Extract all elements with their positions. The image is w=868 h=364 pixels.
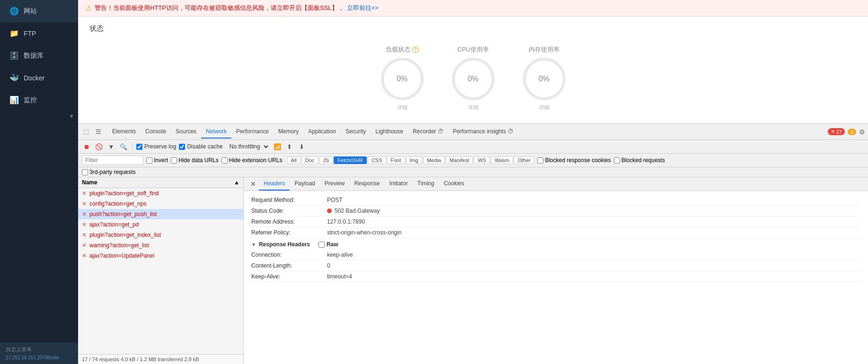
devtools-cursor-icon[interactable]: ⬚ (81, 127, 91, 137)
detail-tab-payload[interactable]: Payload (290, 177, 319, 191)
tab-elements[interactable]: Elements (107, 125, 141, 139)
response-headers-section[interactable]: ▼Response HeadersRaw (251, 238, 860, 250)
upload-icon[interactable]: ⬆ (285, 142, 294, 151)
hide-ext-urls-label: Hide extension URLs (229, 157, 283, 164)
request-item[interactable]: ✕plugin?action=get_soft_find (78, 188, 243, 199)
type-btn-manifest[interactable]: Manifest (446, 156, 473, 164)
status-section: 状态 负载状态 ? 0% 详细 CPU使用率 0% (78, 17, 868, 123)
info-icon[interactable]: ? (412, 46, 419, 53)
detail-value: 502 Bad Gateway (335, 208, 380, 214)
disable-cache-checkbox[interactable]: Disable cache (179, 143, 222, 150)
type-btn-img[interactable]: Img (406, 156, 422, 164)
download-icon[interactable]: ⬇ (297, 142, 307, 151)
request-item[interactable]: ✕config?action=get_nps (78, 199, 243, 209)
request-item[interactable]: ✕push?action=get_push_list (78, 209, 243, 219)
sidebar-item-website[interactable]: 🌐 网站 (0, 0, 78, 22)
detail-tab-response[interactable]: Response (349, 177, 384, 191)
preserve-log-label: Preserve log (144, 143, 176, 150)
wifi-icon[interactable]: 📶 (273, 142, 282, 151)
blocked-requests-label: Blocked requests (621, 157, 665, 164)
hide-data-urls-checkbox[interactable]: Hide data URLs (171, 157, 219, 164)
filter-icon[interactable]: ▼ (106, 142, 116, 151)
gauge-cpu-value: 0% (468, 75, 478, 83)
detail-close-button[interactable]: ✕ (248, 177, 259, 191)
status-dot (327, 208, 332, 213)
section-arrow: ▼ (251, 242, 256, 247)
blocked-cookies-checkbox[interactable]: Blocked response cookies (537, 157, 611, 164)
tab-lighthouse[interactable]: Lighthouse (371, 125, 408, 139)
stop-recording-button[interactable]: ⏹ (82, 142, 91, 151)
type-btn-wasm[interactable]: Wasm (491, 156, 513, 164)
request-error-icon: ✕ (82, 190, 87, 197)
detail-tab-preview[interactable]: Preview (320, 177, 350, 191)
tab-perf-insights[interactable]: Performance insights ⏱ (448, 125, 518, 139)
settings-icon[interactable]: ⚙ (859, 128, 865, 136)
clear-button[interactable]: 🚫 (94, 142, 104, 151)
invert-checkbox[interactable]: Invert (146, 157, 168, 164)
error-count: 27 (836, 129, 842, 135)
preserve-log-checkbox[interactable]: Preserve log (136, 143, 176, 150)
ftp-icon: 📁 (9, 29, 19, 38)
type-btn-fetch-xhr[interactable]: Fetch/XHR (334, 156, 367, 164)
detail-tab-initiator[interactable]: Initiator (384, 177, 412, 191)
devtools-inspect-icon[interactable]: ☰ (93, 127, 104, 137)
type-btn-all[interactable]: All (287, 156, 300, 164)
request-item[interactable]: ✕ajax?action=UpdatePanel (78, 251, 243, 261)
gauge-load-sub[interactable]: 详细 (397, 104, 407, 111)
tab-security[interactable]: Security (341, 125, 371, 139)
response-header-value: keep-alive (327, 251, 353, 258)
request-error-icon: ✕ (82, 221, 87, 228)
request-name: ajax?action=get_pd (89, 221, 139, 228)
detail-row: Referrer Policy:strict-origin-when-cross… (251, 227, 860, 238)
detail-tab-timing[interactable]: Timing (413, 177, 439, 191)
sidebar-item-ftp[interactable]: 📁 FTP (0, 22, 78, 44)
type-btn-css[interactable]: CSS (368, 156, 386, 164)
response-header-key: Connection: (251, 251, 327, 258)
search-button[interactable]: 🔍 (119, 142, 128, 151)
type-btn-other[interactable]: Other (514, 156, 535, 164)
sidebar-url: 17.252.16.151:20796/site (6, 355, 72, 360)
response-header-value: 0 (327, 262, 330, 269)
type-btn-doc[interactable]: Doc (301, 156, 319, 164)
request-error-icon: ✕ (82, 200, 87, 207)
detail-val: POST (327, 197, 343, 203)
request-item[interactable]: ✕plugin?action=get_index_list (78, 230, 243, 240)
detail-content: Request Method:POSTStatus Code:502 Bad G… (244, 191, 868, 364)
warning-link[interactable]: 立即前往>> (347, 4, 379, 12)
filter-input[interactable] (82, 156, 143, 165)
monitor-icon: 📊 (9, 95, 19, 104)
tab-sources[interactable]: Sources (171, 125, 201, 139)
tab-performance[interactable]: Performance (231, 125, 274, 139)
sort-icon[interactable]: ▲ (234, 179, 239, 186)
response-header-row: Keep-Alive:timeout=4 (251, 271, 860, 282)
hide-ext-urls-checkbox[interactable]: Hide extension URLs (221, 157, 283, 164)
tab-console[interactable]: Console (141, 125, 171, 139)
raw-checkbox[interactable]: Raw (319, 241, 338, 248)
tab-recorder[interactable]: Recorder ⏱ (408, 125, 448, 139)
blocked-requests-checkbox[interactable]: Blocked requests (614, 157, 665, 164)
request-item[interactable]: ✕ajax?action=get_pd (78, 219, 243, 230)
sidebar-item-monitor[interactable]: 📊 监控 (0, 89, 78, 111)
tab-application[interactable]: Application (303, 125, 341, 139)
throttle-select[interactable]: No throttling (226, 142, 270, 151)
detail-tab-headers[interactable]: Headers (259, 177, 290, 191)
gauge-memory-circle: 0% (523, 58, 566, 100)
tab-network[interactable]: Network (201, 125, 231, 139)
gauge-memory-sub[interactable]: 详细 (539, 104, 549, 111)
sidebar-item-database[interactable]: 🗄️ 数据库 (0, 44, 78, 67)
third-party-checkbox[interactable]: 3rd-party requests (82, 169, 864, 175)
type-btn-font[interactable]: Font (387, 156, 405, 164)
gauge-load-value: 0% (397, 75, 407, 83)
type-btn-js[interactable]: JS (319, 156, 333, 164)
type-btn-media[interactable]: Media (423, 156, 445, 164)
website-icon: 🌐 (9, 7, 19, 16)
detail-val: 502 Bad Gateway (327, 208, 380, 214)
tab-memory[interactable]: Memory (274, 125, 303, 139)
request-error-icon: ✕ (82, 232, 87, 238)
sidebar-item-docker[interactable]: 🐳 Docker (0, 67, 78, 89)
detail-tab-cookies[interactable]: Cookies (439, 177, 469, 191)
request-item[interactable]: ✕warning?action=get_list (78, 240, 243, 251)
gauge-cpu-sub[interactable]: 详细 (468, 104, 478, 111)
type-btn-ws[interactable]: WS (474, 156, 490, 164)
network-split: Name ▲ ✕plugin?action=get_soft_find✕conf… (78, 177, 868, 364)
